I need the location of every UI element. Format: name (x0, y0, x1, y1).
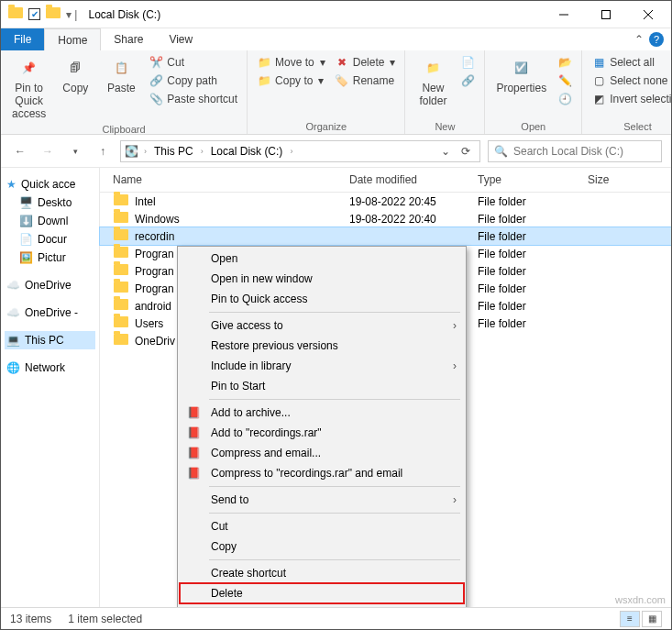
refresh-button[interactable]: ⟳ (456, 145, 476, 158)
search-icon: 🔍 (494, 145, 508, 158)
icons-view-button[interactable]: ▦ (642, 611, 662, 627)
up-button[interactable]: ↑ (93, 141, 113, 161)
forward-button[interactable]: → (38, 141, 58, 161)
ctx-compress-email[interactable]: 📕Compress and email... (180, 443, 464, 463)
paste-shortcut-button[interactable]: 📎Paste shortcut (147, 91, 239, 107)
maximize-button[interactable] (585, 1, 627, 28)
ctx-compress-to-email[interactable]: 📕Compress to "recordings.rar" and email (180, 463, 464, 483)
ctx-cut[interactable]: Cut (180, 516, 464, 536)
separator (209, 559, 460, 560)
breadcrumb[interactable]: 💽 › This PC › Local Disk (C:) › ⌄ ⟳ (120, 140, 480, 162)
ribbon-tabs: File Home Share View ⌃ ? (1, 28, 671, 50)
svg-rect-1 (602, 10, 611, 18)
crumb-this-pc[interactable]: This PC (152, 145, 195, 158)
ctx-add-archive[interactable]: 📕Add to archive... (180, 403, 464, 423)
tab-file[interactable]: File (1, 28, 44, 50)
ctx-create-shortcut[interactable]: Create shortcut (180, 563, 464, 583)
sidebar-item-downloads[interactable]: ⬇️Downl (5, 212, 95, 230)
sidebar-item-network[interactable]: 🌐Network (5, 359, 95, 377)
search-input[interactable]: 🔍 Search Local Disk (C:) (488, 140, 662, 162)
download-icon: ⬇️ (19, 215, 33, 227)
new-item-button[interactable]: 📄 (458, 54, 477, 71)
copy-button[interactable]: 🗐 Copy (55, 54, 95, 96)
history-icon: 🕘 (557, 92, 572, 106)
select-none-button[interactable]: ▢Select none (589, 72, 672, 89)
paste-button[interactable]: 📋 Paste (101, 54, 141, 96)
ctx-pin-quick-access[interactable]: Pin to Quick access (180, 289, 464, 309)
sidebar-item-onedrive[interactable]: ☁️OneDrive (5, 276, 95, 294)
navigation-pane[interactable]: ★Quick acce 🖥️Deskto ⬇️Downl 📄Docur 🖼️Pi… (1, 168, 100, 607)
ctx-open[interactable]: Open (180, 249, 464, 269)
ctx-give-access[interactable]: Give access to› (180, 315, 464, 336)
new-folder-button[interactable]: 📁 New folder (413, 54, 453, 109)
table-row[interactable]: Intel19-08-2022 20:45File folder (100, 193, 671, 210)
close-icon (644, 10, 653, 19)
pin-to-quick-access-button[interactable]: 📌 Pin to Quick access (8, 54, 50, 122)
sidebar-item-documents[interactable]: 📄Docur (5, 230, 95, 249)
tab-view[interactable]: View (156, 28, 205, 50)
history-button[interactable]: 🕘 (556, 91, 574, 107)
sidebar-item-desktop[interactable]: 🖥️Deskto (5, 193, 95, 212)
tab-home[interactable]: Home (44, 28, 101, 50)
ctx-copy[interactable]: Copy (180, 536, 464, 557)
ctx-include-library[interactable]: Include in library› (180, 356, 464, 376)
properties-button[interactable]: ☑️ Properties (492, 54, 550, 96)
folder-icon (113, 247, 129, 260)
col-name[interactable]: Name (113, 173, 349, 186)
drive-icon: 💽 (125, 145, 138, 158)
ctx-restore-versions[interactable]: Restore previous versions (180, 336, 464, 356)
status-item-count: 13 items (10, 613, 51, 625)
details-view-button[interactable]: ≡ (620, 611, 640, 627)
cut-button[interactable]: ✂️Cut (147, 54, 239, 71)
chevron-right-icon[interactable]: › (201, 147, 204, 156)
col-size[interactable]: Size (588, 173, 661, 186)
select-all-button[interactable]: ▦Select all (589, 54, 672, 71)
edit-button[interactable]: ✏️ (556, 72, 574, 89)
delete-button[interactable]: ✖Delete▾ (333, 54, 398, 71)
ctx-send-to[interactable]: Send to› (180, 490, 464, 510)
copy-path-button[interactable]: 🔗Copy path (147, 72, 239, 89)
rename-button[interactable]: 🏷️Rename (333, 72, 398, 89)
group-select: ▦Select all ▢Select none ◩Invert selecti… (582, 50, 672, 134)
ctx-pin-start[interactable]: Pin to Start (180, 376, 464, 396)
qat-checkbox-icon[interactable]: ✔ (28, 8, 40, 20)
cell-name: Intel (135, 195, 349, 208)
move-to-button[interactable]: 📁Move to▾ (255, 54, 327, 71)
cell-type: File folder (478, 213, 588, 226)
ctx-open-new-window[interactable]: Open in new window (180, 269, 464, 289)
help-icon[interactable]: ? (649, 32, 664, 47)
col-date[interactable]: Date modified (349, 173, 478, 186)
minimize-button[interactable] (543, 1, 585, 28)
address-dropdown-icon[interactable]: ⌄ (441, 145, 450, 158)
sidebar-item-pictures[interactable]: 🖼️Pictur (5, 249, 95, 267)
table-row[interactable]: recordinFile folder (100, 227, 671, 245)
open-button[interactable]: 📂 (556, 54, 574, 71)
properties-icon: ☑️ (510, 56, 534, 80)
chevron-right-icon[interactable]: › (290, 147, 292, 156)
search-placeholder: Search Local Disk (C:) (513, 145, 623, 158)
sidebar-item-onedrive-2[interactable]: ☁️OneDrive - (5, 304, 95, 322)
crumb-drive[interactable]: Local Disk (C:) (209, 145, 285, 158)
collapse-ribbon-icon[interactable]: ⌃ (634, 33, 644, 46)
ctx-add-to-rar[interactable]: 📕Add to "recordings.rar" (180, 423, 464, 443)
back-button[interactable]: ← (10, 141, 30, 161)
invert-selection-button[interactable]: ◩Invert selection (589, 91, 672, 107)
rename-icon: 🏷️ (335, 73, 349, 88)
col-type[interactable]: Type (478, 173, 588, 186)
qat-dropdown-icon[interactable]: ▾ | (66, 8, 77, 21)
cell-date: 19-08-2022 20:45 (349, 195, 478, 208)
ctx-delete[interactable]: Delete (180, 583, 464, 603)
sidebar-item-quick-access[interactable]: ★Quick acce (5, 175, 95, 193)
recent-locations-button[interactable]: ▾ (65, 141, 85, 161)
group-label: Open (492, 119, 574, 132)
folder-icon (113, 194, 129, 208)
sidebar-item-this-pc[interactable]: 💻This PC (5, 331, 95, 349)
close-button[interactable] (627, 1, 669, 28)
easy-access-button[interactable]: 🔗 (458, 72, 477, 89)
table-row[interactable]: Windows19-08-2022 20:40File folder (100, 210, 671, 227)
column-headers[interactable]: Name Date modified Type Size (100, 168, 671, 193)
copy-to-button[interactable]: 📁Copy to▾ (255, 72, 327, 89)
tab-share[interactable]: Share (101, 28, 156, 50)
select-all-icon: ▦ (591, 55, 606, 70)
chevron-right-icon[interactable]: › (144, 147, 147, 156)
